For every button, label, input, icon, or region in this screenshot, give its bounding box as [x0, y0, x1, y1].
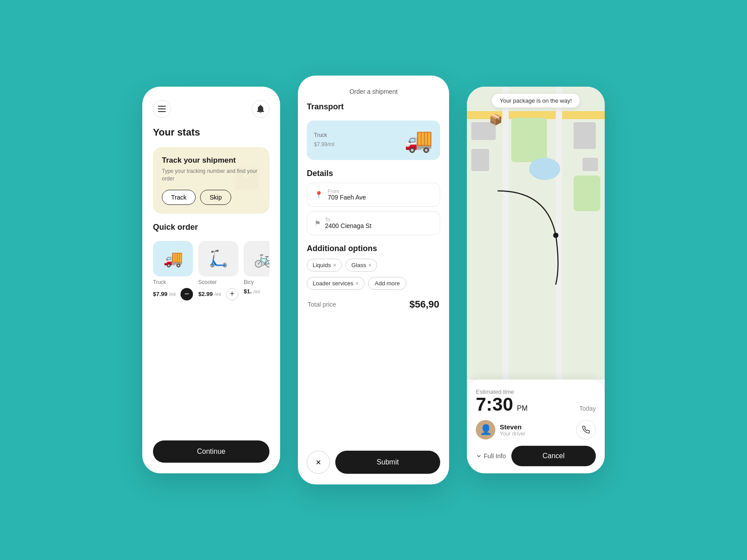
phone3-footer: Full Info Cancel	[476, 446, 596, 466]
options-section: Additional options Liquids × Glass × Loa…	[307, 244, 440, 290]
driver-role: Your driver	[500, 431, 572, 437]
bicycle-image: 🚲	[244, 241, 269, 276]
tag-glass-label: Glass	[351, 262, 366, 268]
driver-name: Steven	[500, 423, 572, 431]
menu-button[interactable]	[153, 100, 171, 118]
scooter-image: 🛴	[198, 241, 238, 276]
phone1-body: Your stats Track your shipment Type your…	[142, 122, 280, 440]
phone-2: Order a shipment Transport Truck $7.99/m…	[298, 76, 449, 484]
notification-button[interactable]	[252, 100, 269, 118]
svg-rect-1	[158, 108, 166, 109]
tag-glass-close[interactable]: ×	[368, 262, 371, 268]
transport-info: Truck $7.99/ml	[314, 132, 334, 148]
to-content: To 2400 Cienaga St	[325, 217, 371, 229]
svg-rect-2	[158, 111, 166, 112]
from-content: From 709 Faeh Ave	[328, 188, 366, 201]
skip-button[interactable]: Skip	[200, 190, 231, 205]
tag-liquids[interactable]: Liquids ×	[307, 259, 342, 272]
package-icon: 📦	[489, 113, 502, 126]
cancel-button[interactable]: ×	[307, 451, 330, 474]
transport-section: Transport	[307, 102, 440, 112]
from-label: From	[328, 188, 366, 194]
truck-price-row: $7.99 /ml −	[153, 288, 193, 300]
today-label: Today	[579, 405, 596, 412]
package-banner: Your package is on the way!	[492, 94, 580, 108]
truck-label: Truck	[153, 279, 193, 285]
from-value: 709 Faeh Ave	[328, 194, 366, 201]
phone2-body: Transport Truck $7.99/ml 🚚 Details 📍 Fro…	[298, 102, 449, 444]
driver-info: Steven Your driver	[500, 423, 572, 437]
to-label: To	[325, 217, 371, 222]
phone2-header: Order a shipment	[298, 76, 449, 102]
vehicle-card-truck: 🚚 Truck $7.99 /ml −	[153, 241, 193, 300]
bicycle-label: Bicy	[244, 279, 269, 285]
transport-title: Transport	[307, 102, 440, 112]
truck-price: $7.99 /ml	[153, 291, 176, 297]
tags-row-1: Liquids × Glass ×	[307, 259, 440, 272]
location-icon: 📍	[314, 191, 323, 199]
track-button[interactable]: Track	[162, 190, 196, 205]
svg-rect-4	[243, 171, 250, 177]
total-label: Total price	[308, 301, 336, 308]
cancel-big-button[interactable]: Cancel	[511, 446, 596, 466]
map-area: 📦 Your package is on the way!	[467, 87, 605, 380]
bicycle-price: $1. /ml	[244, 288, 260, 295]
route-svg	[467, 87, 605, 380]
flag-icon: ⚑	[314, 219, 321, 228]
vehicle-card-bicycle: 🚲 Bicy $1. /ml	[244, 241, 269, 300]
to-field[interactable]: ⚑ To 2400 Cienaga St	[307, 211, 440, 235]
estimated-section: Estimated time 7:30 PM Today	[476, 388, 596, 414]
track-card: Track your shipment Type your tracking n…	[153, 147, 269, 214]
to-value: 2400 Cienaga St	[325, 222, 371, 229]
truck-image: 🚚	[153, 241, 193, 276]
scooter-plus-button[interactable]: +	[226, 288, 238, 300]
phone1-header	[142, 87, 280, 122]
continue-button[interactable]: Continue	[153, 440, 269, 463]
time-row: 7:30 PM Today	[476, 395, 596, 414]
time-display: 7:30 PM	[476, 395, 528, 414]
details-title: Details	[307, 169, 440, 178]
tag-liquids-close[interactable]: ×	[333, 262, 336, 268]
transport-card[interactable]: Truck $7.99/ml 🚚	[307, 120, 440, 160]
tag-glass[interactable]: Glass ×	[345, 259, 377, 272]
driver-row: 👤 Steven Your driver	[476, 420, 596, 440]
box-icon	[231, 162, 262, 198]
phone-1: Your stats Track your shipment Type your…	[142, 87, 280, 473]
svg-rect-0	[158, 106, 166, 107]
scooter-price: $2.99 /ml	[198, 291, 221, 297]
options-title: Additional options	[307, 244, 440, 253]
stats-title: Your stats	[153, 127, 269, 138]
truck-icon: 🚚	[404, 127, 433, 154]
call-button[interactable]	[576, 420, 596, 440]
phone2-title: Order a shipment	[349, 88, 398, 95]
tag-loader-close[interactable]: ×	[356, 280, 359, 287]
scooter-price-row: $2.99 /ml +	[198, 288, 238, 300]
quick-order-title: Quick order	[153, 223, 269, 232]
tag-loader[interactable]: Loader services ×	[307, 277, 365, 290]
phone-3: 📦 Your package is on the way! Estimated …	[467, 87, 605, 473]
add-more-button[interactable]: Add more	[368, 277, 406, 290]
transport-price: $7.99/ml	[314, 138, 334, 148]
svg-point-5	[553, 233, 558, 238]
truck-minus-button[interactable]: −	[181, 288, 193, 300]
tag-liquids-label: Liquids	[313, 262, 331, 268]
package-banner-text: Your package is on the way!	[500, 97, 572, 104]
time-value: 7:30	[476, 394, 513, 415]
details-section: Details 📍 From 709 Faeh Ave ⚑ To 2400 Ci…	[307, 169, 440, 235]
phone3-bottom: Estimated time 7:30 PM Today 👤 Steven Yo…	[467, 380, 605, 473]
tags-row-2: Loader services × Add more	[307, 277, 440, 290]
vehicle-list: 🚚 Truck $7.99 /ml − 🛴 Scooter $2.99 /ml …	[153, 241, 269, 300]
from-field[interactable]: 📍 From 709 Faeh Ave	[307, 183, 440, 207]
total-row: Total price $56,90	[307, 299, 440, 310]
scooter-label: Scooter	[198, 279, 238, 285]
submit-button[interactable]: Submit	[335, 451, 440, 474]
full-info-label: Full Info	[484, 452, 506, 460]
time-period: PM	[517, 404, 528, 412]
full-info-button[interactable]: Full Info	[476, 452, 506, 460]
vehicle-card-scooter: 🛴 Scooter $2.99 /ml +	[198, 241, 238, 300]
transport-label: Truck	[314, 132, 334, 138]
bicycle-price-row: $1. /ml	[244, 288, 269, 295]
tag-loader-label: Loader services	[313, 280, 353, 287]
phone2-footer: × Submit	[298, 444, 449, 484]
total-price: $56,90	[410, 299, 439, 310]
